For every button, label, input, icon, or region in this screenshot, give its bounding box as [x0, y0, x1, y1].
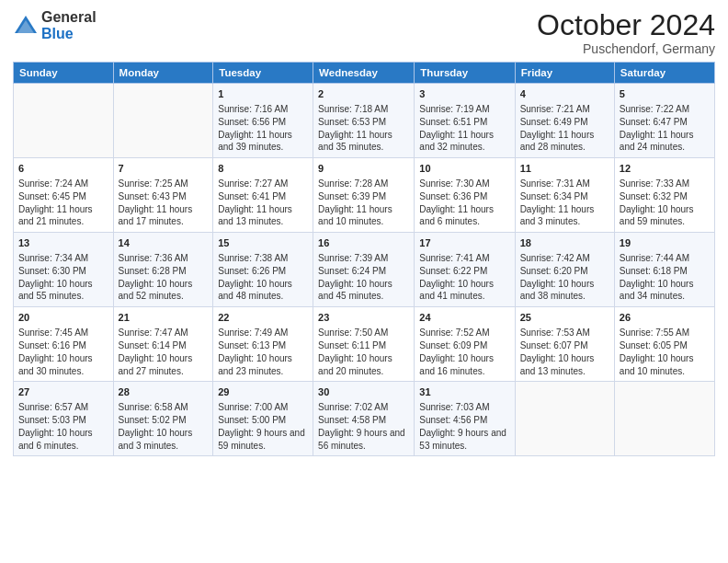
day-info: Sunrise: 7:36 AMSunset: 6:28 PMDaylight:… [119, 252, 209, 303]
day-info: Sunrise: 7:33 AMSunset: 6:32 PMDaylight:… [620, 178, 710, 228]
calendar-cell [113, 84, 213, 158]
day-info: Sunrise: 7:22 AMSunset: 6:47 PMDaylight:… [620, 103, 710, 154]
day-info: Sunrise: 7:27 AMSunset: 6:41 PMDaylight:… [218, 178, 308, 228]
day-number: 1 [218, 87, 308, 101]
day-number: 4 [520, 87, 609, 101]
calendar-cell: 25Sunrise: 7:53 AMSunset: 6:07 PMDayligh… [515, 307, 614, 382]
day-info: Sunrise: 7:24 AMSunset: 6:45 PMDaylight:… [18, 178, 108, 228]
day-number: 9 [318, 162, 409, 176]
calendar-cell [614, 382, 714, 456]
day-info: Sunrise: 7:21 AMSunset: 6:49 PMDaylight:… [520, 103, 609, 154]
calendar-cell: 26Sunrise: 7:55 AMSunset: 6:05 PMDayligh… [614, 307, 714, 382]
calendar-week-2: 6Sunrise: 7:24 AMSunset: 6:45 PMDaylight… [14, 158, 715, 233]
calendar-cell: 2Sunrise: 7:18 AMSunset: 6:53 PMDaylight… [313, 84, 415, 158]
day-number: 25 [520, 311, 609, 325]
calendar-cell: 30Sunrise: 7:02 AMSunset: 4:58 PMDayligh… [313, 382, 415, 456]
day-info: Sunrise: 7:00 AMSunset: 5:00 PMDaylight:… [218, 401, 308, 452]
page: General Blue October 2024 Puschendorf, G… [0, 0, 728, 563]
calendar: SundayMondayTuesdayWednesdayThursdayFrid… [13, 62, 715, 456]
day-number: 7 [119, 162, 209, 176]
day-number: 27 [18, 385, 108, 399]
col-header-monday: Monday [113, 63, 213, 84]
location: Puschendorf, Germany [537, 41, 715, 56]
calendar-cell: 13Sunrise: 7:34 AMSunset: 6:30 PMDayligh… [14, 233, 114, 307]
col-header-tuesday: Tuesday [213, 63, 313, 84]
logo-general: General [41, 9, 97, 26]
calendar-cell: 6Sunrise: 7:24 AMSunset: 6:45 PMDaylight… [14, 158, 114, 233]
col-header-thursday: Thursday [415, 63, 515, 84]
title-block: October 2024 Puschendorf, Germany [537, 9, 715, 56]
day-info: Sunrise: 7:31 AMSunset: 6:34 PMDaylight:… [520, 178, 609, 228]
day-info: Sunrise: 7:55 AMSunset: 6:05 PMDaylight:… [620, 327, 710, 377]
day-number: 31 [419, 385, 509, 399]
month-title: October 2024 [537, 9, 715, 41]
day-info: Sunrise: 7:45 AMSunset: 6:16 PMDaylight:… [18, 327, 108, 377]
day-number: 29 [218, 385, 308, 399]
calendar-cell: 18Sunrise: 7:42 AMSunset: 6:20 PMDayligh… [515, 233, 614, 307]
day-number: 16 [318, 236, 409, 250]
day-info: Sunrise: 7:16 AMSunset: 6:56 PMDaylight:… [218, 103, 308, 154]
calendar-cell: 19Sunrise: 7:44 AMSunset: 6:18 PMDayligh… [614, 233, 714, 307]
calendar-cell: 8Sunrise: 7:27 AMSunset: 6:41 PMDaylight… [213, 158, 313, 233]
logo-blue: Blue [41, 26, 97, 42]
day-info: Sunrise: 7:52 AMSunset: 6:09 PMDaylight:… [419, 327, 509, 377]
day-number: 24 [419, 311, 509, 325]
day-number: 18 [520, 236, 609, 250]
day-number: 8 [218, 162, 308, 176]
calendar-cell: 28Sunrise: 6:58 AMSunset: 5:02 PMDayligh… [113, 382, 213, 456]
day-info: Sunrise: 6:57 AMSunset: 5:03 PMDaylight:… [18, 401, 108, 452]
day-number: 3 [419, 87, 509, 101]
day-number: 26 [620, 311, 710, 325]
day-info: Sunrise: 7:53 AMSunset: 6:07 PMDaylight:… [520, 327, 609, 377]
logo: General Blue [13, 9, 97, 41]
calendar-cell [515, 382, 614, 456]
day-info: Sunrise: 7:47 AMSunset: 6:14 PMDaylight:… [119, 327, 209, 377]
day-number: 10 [419, 162, 509, 176]
calendar-cell: 7Sunrise: 7:25 AMSunset: 6:43 PMDaylight… [113, 158, 213, 233]
day-number: 5 [620, 87, 710, 101]
calendar-cell: 27Sunrise: 6:57 AMSunset: 5:03 PMDayligh… [14, 382, 114, 456]
day-number: 23 [318, 311, 409, 325]
calendar-week-3: 13Sunrise: 7:34 AMSunset: 6:30 PMDayligh… [14, 233, 715, 307]
day-info: Sunrise: 7:41 AMSunset: 6:22 PMDaylight:… [419, 252, 509, 303]
calendar-cell: 16Sunrise: 7:39 AMSunset: 6:24 PMDayligh… [313, 233, 415, 307]
calendar-cell: 22Sunrise: 7:49 AMSunset: 6:13 PMDayligh… [213, 307, 313, 382]
day-info: Sunrise: 7:44 AMSunset: 6:18 PMDaylight:… [620, 252, 710, 303]
calendar-body: 1Sunrise: 7:16 AMSunset: 6:56 PMDaylight… [14, 84, 715, 456]
calendar-cell: 11Sunrise: 7:31 AMSunset: 6:34 PMDayligh… [515, 158, 614, 233]
calendar-cell: 10Sunrise: 7:30 AMSunset: 6:36 PMDayligh… [415, 158, 515, 233]
calendar-cell: 14Sunrise: 7:36 AMSunset: 6:28 PMDayligh… [113, 233, 213, 307]
day-info: Sunrise: 7:39 AMSunset: 6:24 PMDaylight:… [318, 252, 409, 303]
day-number: 2 [318, 87, 409, 101]
day-number: 17 [419, 236, 509, 250]
day-number: 20 [18, 311, 108, 325]
calendar-cell: 12Sunrise: 7:33 AMSunset: 6:32 PMDayligh… [614, 158, 714, 233]
calendar-cell: 29Sunrise: 7:00 AMSunset: 5:00 PMDayligh… [213, 382, 313, 456]
col-header-saturday: Saturday [614, 63, 714, 84]
day-info: Sunrise: 7:42 AMSunset: 6:20 PMDaylight:… [520, 252, 609, 303]
calendar-week-4: 20Sunrise: 7:45 AMSunset: 6:16 PMDayligh… [14, 307, 715, 382]
calendar-cell [14, 84, 114, 158]
day-number: 13 [18, 236, 108, 250]
calendar-cell: 17Sunrise: 7:41 AMSunset: 6:22 PMDayligh… [415, 233, 515, 307]
calendar-cell: 3Sunrise: 7:19 AMSunset: 6:51 PMDaylight… [415, 84, 515, 158]
day-number: 14 [119, 236, 209, 250]
day-number: 11 [520, 162, 609, 176]
calendar-header-row: SundayMondayTuesdayWednesdayThursdayFrid… [14, 63, 715, 84]
calendar-cell: 1Sunrise: 7:16 AMSunset: 6:56 PMDaylight… [213, 84, 313, 158]
col-header-sunday: Sunday [14, 63, 114, 84]
day-number: 19 [620, 236, 710, 250]
day-info: Sunrise: 7:19 AMSunset: 6:51 PMDaylight:… [419, 103, 509, 154]
day-number: 21 [119, 311, 209, 325]
day-info: Sunrise: 6:58 AMSunset: 5:02 PMDaylight:… [119, 401, 209, 452]
day-number: 15 [218, 236, 308, 250]
day-number: 12 [620, 162, 710, 176]
col-header-friday: Friday [515, 63, 614, 84]
calendar-cell: 9Sunrise: 7:28 AMSunset: 6:39 PMDaylight… [313, 158, 415, 233]
day-info: Sunrise: 7:03 AMSunset: 4:56 PMDaylight:… [419, 401, 509, 452]
calendar-week-1: 1Sunrise: 7:16 AMSunset: 6:56 PMDaylight… [14, 84, 715, 158]
calendar-cell: 4Sunrise: 7:21 AMSunset: 6:49 PMDaylight… [515, 84, 614, 158]
day-number: 30 [318, 385, 409, 399]
day-number: 28 [119, 385, 209, 399]
calendar-week-5: 27Sunrise: 6:57 AMSunset: 5:03 PMDayligh… [14, 382, 715, 456]
